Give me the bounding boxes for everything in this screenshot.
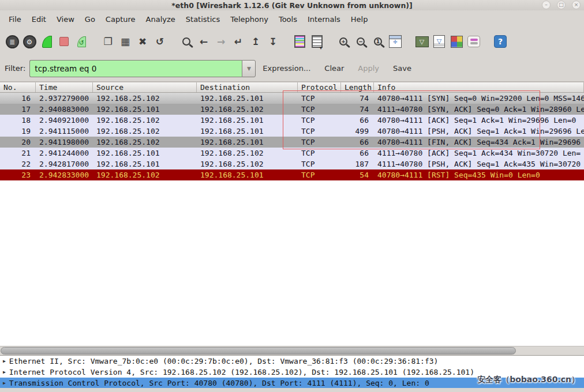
menu-item-file[interactable]: File	[3, 13, 27, 26]
go-to-top-button[interactable]: ↥	[247, 33, 264, 50]
maximize-button[interactable]: □	[557, 1, 566, 9]
close-button[interactable]: ×	[572, 1, 581, 9]
cell-time: 2.940883000	[36, 104, 93, 115]
cell-no: 22	[0, 159, 36, 169]
colorize-list-button[interactable]	[291, 33, 308, 50]
column-header-source[interactable]: Source	[93, 82, 197, 92]
cell-source: 192.168.25.101	[93, 148, 197, 159]
horizontal-scrollbar[interactable]	[0, 346, 584, 355]
display-filters-button[interactable]: ▽	[430, 33, 448, 50]
auto-scroll-button[interactable]	[308, 33, 325, 50]
cell-time: 2.942817000	[36, 159, 93, 169]
detail-row-0[interactable]: ▶Ethernet II, Src: Vmware_7b:0c:e0 (00:0…	[0, 356, 584, 367]
cell-destination: 192.168.25.102	[197, 104, 298, 115]
cell-protocol: TCP	[298, 137, 341, 148]
packet-row-20[interactable]: 202.941198000192.168.25.102192.168.25.10…	[0, 137, 584, 148]
packet-row-17[interactable]: 172.940883000192.168.25.101192.168.25.10…	[0, 104, 584, 115]
reload-button[interactable]: ↺	[151, 33, 169, 50]
help-icon: ?	[494, 35, 507, 48]
find-packet-button[interactable]	[178, 33, 195, 50]
watermark-text: 安全客（bobao.360.cn）	[477, 375, 579, 385]
list-interfaces-button[interactable]: ≣	[3, 33, 21, 50]
save-file-button[interactable]: ▦	[117, 33, 134, 50]
column-header-length[interactable]: Length	[341, 82, 374, 92]
cell-source: 192.168.25.102	[93, 115, 197, 126]
column-header-time[interactable]: Time	[36, 82, 93, 92]
go-to-top-icon: ↥	[252, 36, 260, 47]
column-header-protocol[interactable]: Protocol	[298, 82, 341, 92]
packet-row-21[interactable]: 212.941244000192.168.25.101192.168.25.10…	[0, 148, 584, 159]
save-filter-button[interactable]: Save	[393, 64, 411, 73]
go-back-button[interactable]: ←	[195, 33, 212, 50]
menu-item-tools[interactable]: Tools	[274, 13, 302, 26]
expression-button[interactable]: Expression...	[263, 64, 310, 73]
cell-info: 40780→4111 [RST] Seq=435 Win=0 Len=0	[374, 169, 584, 180]
packet-row-18[interactable]: 182.940921000192.168.25.102192.168.25.10…	[0, 115, 584, 126]
expander-icon[interactable]: ▶	[3, 356, 6, 367]
packet-row-19[interactable]: 192.941115000192.168.25.102192.168.25.10…	[0, 126, 584, 137]
menu-item-internals[interactable]: Internals	[302, 13, 346, 26]
resize-columns-button[interactable]: ✛	[387, 33, 404, 50]
filter-dropdown-button[interactable]: ▼	[242, 60, 256, 77]
cell-length: 74	[341, 93, 374, 104]
close-file-button[interactable]: ✖	[134, 33, 151, 50]
go-to-bottom-button[interactable]: ↧	[264, 33, 282, 50]
start-capture-button[interactable]	[38, 33, 55, 50]
menu-item-view[interactable]: View	[51, 13, 80, 26]
zoom-in-button[interactable]: +	[335, 33, 352, 50]
cell-destination: 192.168.25.102	[197, 148, 298, 159]
menu-item-help[interactable]: Help	[346, 13, 373, 26]
cell-no: 21	[0, 148, 36, 159]
column-header-no[interactable]: No.	[0, 82, 36, 92]
cell-time: 2.937279000	[36, 93, 93, 104]
restart-capture-button[interactable]: ↺	[73, 33, 90, 50]
zoom-out-button[interactable]: −	[352, 33, 369, 50]
capture-options-button[interactable]: ⚙	[21, 33, 38, 50]
cell-info: 40780→4111 [SYN] Seq=0 Win=29200 Len=0 M…	[374, 93, 584, 104]
expander-icon[interactable]: ▶	[3, 367, 6, 378]
menu-item-telephony[interactable]: Telephony	[225, 13, 274, 26]
detail-row-text: Ethernet II, Src: Vmware_7b:0c:e0 (00:0c…	[9, 356, 439, 367]
zoom-100-icon: 1	[374, 37, 382, 46]
menu-item-edit[interactable]: Edit	[27, 13, 51, 26]
column-header-destination[interactable]: Destination	[197, 82, 298, 92]
zoom-100-button[interactable]: 1	[369, 33, 387, 50]
cell-time: 2.941115000	[36, 126, 93, 137]
packet-row-16[interactable]: 162.937279000192.168.25.102192.168.25.10…	[0, 93, 584, 104]
expander-icon[interactable]: ▶	[3, 378, 6, 389]
cell-destination: 192.168.25.102	[197, 159, 298, 169]
cell-destination: 192.168.25.101	[197, 93, 298, 104]
cell-info: 4111→40780 [ACK] Seq=1 Ack=434 Win=30720…	[374, 148, 584, 159]
menu-item-capture[interactable]: Capture	[100, 13, 141, 26]
packet-row-23[interactable]: 232.942833000192.168.25.102192.168.25.10…	[0, 169, 584, 180]
clear-button[interactable]: Clear	[324, 64, 344, 73]
zoom-in-icon: +	[339, 37, 347, 46]
main-toolbar: ≣⚙↺❐▦✖↺←→↵↥↧+−1✛▽▽?	[0, 28, 584, 55]
find-packet-icon	[182, 37, 190, 46]
go-to-packet-icon: ↵	[234, 36, 242, 47]
close-file-icon: ✖	[138, 36, 147, 47]
minimize-button[interactable]: –	[542, 1, 551, 9]
help-button[interactable]: ?	[492, 33, 509, 50]
cell-length: 66	[341, 148, 374, 159]
go-to-packet-button[interactable]: ↵	[230, 33, 247, 50]
cell-source: 192.168.25.101	[93, 104, 197, 115]
column-header-info[interactable]: Info	[374, 82, 584, 92]
packet-row-22[interactable]: 222.942817000192.168.25.101192.168.25.10…	[0, 159, 584, 169]
menu-item-analyze[interactable]: Analyze	[141, 13, 181, 26]
title-bar: *eth0 [Wireshark 1.12.6 (Git Rev Unknown…	[0, 0, 584, 10]
stop-capture-button[interactable]	[55, 33, 73, 50]
coloring-rules-button[interactable]	[448, 33, 465, 50]
capture-filters-button[interactable]: ▽	[413, 33, 430, 50]
filter-input[interactable]	[29, 60, 242, 77]
apply-button[interactable]: Apply	[358, 64, 379, 73]
menu-item-statistics[interactable]: Statistics	[181, 13, 225, 26]
reload-icon: ↺	[156, 36, 164, 47]
horizontal-scrollbar-thumb[interactable]	[1, 347, 516, 355]
open-file-button[interactable]: ❐	[99, 33, 117, 50]
menu-item-go[interactable]: Go	[80, 13, 100, 26]
packet-list-pane: No.TimeSourceDestinationProtocolLengthIn…	[0, 82, 584, 355]
preferences-button[interactable]	[465, 33, 482, 50]
go-forward-button[interactable]: →	[212, 33, 230, 50]
cell-time: 2.941198000	[36, 137, 93, 148]
